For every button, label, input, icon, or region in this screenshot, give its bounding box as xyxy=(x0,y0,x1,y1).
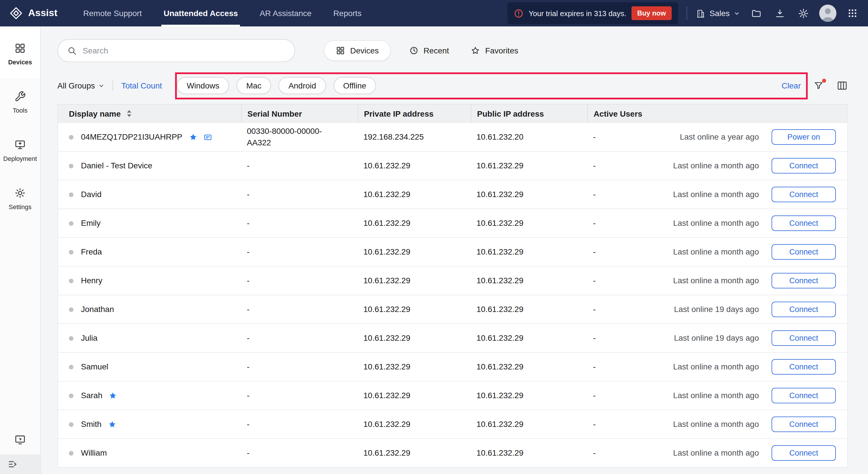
search-box[interactable] xyxy=(57,39,295,62)
user-avatar[interactable] xyxy=(819,5,836,22)
table-row[interactable]: Freda - 10.61.232.29 10.61.232.29 - Last… xyxy=(58,237,847,266)
table-row[interactable]: David - 10.61.232.29 10.61.232.29 - Last… xyxy=(58,180,847,209)
row-action-button[interactable]: Connect xyxy=(772,302,836,317)
column-header-spacer xyxy=(666,105,761,122)
active-users-cell: - xyxy=(587,304,666,315)
buy-now-button[interactable]: Buy now xyxy=(631,6,672,20)
device-status-dot xyxy=(69,135,73,139)
column-header-active-users: Active Users xyxy=(587,105,666,122)
column-header-serial: Serial Number xyxy=(241,105,358,122)
nav-remote-support[interactable]: Remote Support xyxy=(72,0,153,26)
public-ip-cell: 10.61.232.29 xyxy=(471,160,587,171)
table-row[interactable]: William - 10.61.232.29 10.61.232.29 - La… xyxy=(58,438,847,467)
private-ip-cell: 10.61.232.29 xyxy=(358,160,471,171)
gear-icon[interactable] xyxy=(796,6,811,21)
column-header-actions xyxy=(761,105,847,122)
private-ip-cell: 10.61.232.29 xyxy=(358,304,471,315)
row-action-button[interactable]: Connect xyxy=(772,273,836,289)
table-row[interactable]: 04MEZQ17DP21I3UAHRPP 00330-80000-00000-A… xyxy=(58,122,847,151)
filter-active-dot xyxy=(822,79,826,83)
row-action-button[interactable]: Connect xyxy=(772,417,836,432)
app-brand[interactable]: Assist xyxy=(0,0,67,26)
private-ip-cell: 10.61.232.29 xyxy=(358,189,471,200)
total-count-link[interactable]: Total Count xyxy=(121,81,162,90)
download-icon[interactable] xyxy=(772,6,787,21)
sort-icon[interactable] xyxy=(126,109,133,118)
favorite-star-icon[interactable] xyxy=(109,391,117,400)
os-filter-pills: Windows Mac Android Offline xyxy=(177,77,376,94)
column-label: Serial Number xyxy=(247,109,302,118)
trial-banner: Your trial expires in 313 days. Buy now xyxy=(507,2,678,24)
row-action-button[interactable]: Connect xyxy=(772,388,836,403)
clear-filters-link[interactable]: Clear xyxy=(782,81,801,90)
sidebar-item-settings[interactable]: Settings xyxy=(0,175,40,223)
expand-sidebar-icon[interactable] xyxy=(0,454,40,474)
table-row[interactable]: Samuel - 10.61.232.29 10.61.232.29 - Las… xyxy=(58,352,847,381)
favorite-star-icon[interactable] xyxy=(189,133,197,141)
last-online-text: Last online a month ago xyxy=(666,217,761,229)
search-input[interactable] xyxy=(83,46,285,55)
left-sidebar: Devices Tools Deployment xyxy=(0,26,41,474)
row-action-button[interactable]: Connect xyxy=(772,187,836,202)
device-status-dot xyxy=(69,393,73,398)
private-ip-cell: 10.61.232.29 xyxy=(358,390,471,401)
filter-funnel-icon[interactable] xyxy=(813,81,824,91)
nav-reports[interactable]: Reports xyxy=(322,0,372,26)
active-users-cell: - xyxy=(587,275,666,286)
table-header: Display name Serial Number Private IP ad… xyxy=(58,104,847,122)
column-header-display-name[interactable]: Display name xyxy=(58,105,241,122)
apps-grid-icon[interactable] xyxy=(845,6,860,21)
tab-label: Favorites xyxy=(485,46,518,55)
sidebar-item-tools[interactable]: Tools xyxy=(0,78,40,126)
sidebar-item-devices[interactable]: Devices xyxy=(0,30,40,78)
row-action-button[interactable]: Connect xyxy=(772,330,836,346)
table-row[interactable]: Henry - 10.61.232.29 10.61.232.29 - Last… xyxy=(58,266,847,295)
tab-label: Devices xyxy=(350,46,379,55)
table-row[interactable]: Jonathan - 10.61.232.29 10.61.232.29 - L… xyxy=(58,295,847,323)
files-icon[interactable] xyxy=(749,6,764,21)
last-online-text: Last online a month ago xyxy=(666,160,761,171)
tools-wrench-icon xyxy=(14,91,26,102)
portal-name: Sales xyxy=(710,9,730,18)
table-row[interactable]: Emily - 10.61.232.29 10.61.232.29 - Last… xyxy=(58,209,847,237)
chevron-down-icon xyxy=(734,10,740,17)
row-action-button[interactable]: Connect xyxy=(772,158,836,174)
tab-favorites[interactable]: Favorites xyxy=(467,41,522,60)
portal-selector[interactable]: Sales xyxy=(696,8,740,18)
sidebar-item-deployment[interactable]: Deployment xyxy=(0,126,40,175)
last-online-text: Last online 19 days ago xyxy=(666,332,761,344)
deployment-monitor-icon xyxy=(14,139,26,151)
row-action-button[interactable]: Connect xyxy=(772,445,836,461)
row-action-button[interactable]: Connect xyxy=(772,359,836,375)
table-row[interactable]: Smith - 10.61.232.29 10.61.232.29 - Last… xyxy=(58,410,847,438)
row-action-button[interactable]: Power on xyxy=(772,129,836,145)
column-header-public-ip: Public IP address xyxy=(471,105,587,122)
filter-pill-windows[interactable]: Windows xyxy=(177,77,229,94)
remote-session-icon[interactable] xyxy=(0,424,40,454)
active-users-cell: - xyxy=(587,131,666,143)
devices-table: Display name Serial Number Private IP ad… xyxy=(57,104,848,468)
row-action-button[interactable]: Connect xyxy=(772,244,836,260)
nav-unattended-access[interactable]: Unattended Access xyxy=(153,0,249,26)
assist-logo-icon xyxy=(9,6,23,20)
group-selector[interactable]: All Groups xyxy=(57,81,105,90)
favorite-star-icon[interactable] xyxy=(108,420,117,428)
filter-pill-offline[interactable]: Offline xyxy=(333,77,376,94)
nav-ar-assistance[interactable]: AR Assistance xyxy=(249,0,322,26)
private-ip-cell: 10.61.232.29 xyxy=(358,246,471,258)
public-ip-cell: 10.61.232.29 xyxy=(471,419,587,430)
row-action-button[interactable]: Connect xyxy=(772,215,836,231)
tab-recent[interactable]: Recent xyxy=(406,41,453,60)
table-row[interactable]: Julia - 10.61.232.29 10.61.232.29 - Last… xyxy=(58,323,847,352)
public-ip-cell: 10.61.232.20 xyxy=(471,131,587,143)
last-online-text: Last online a month ago xyxy=(666,361,761,372)
column-settings-icon[interactable] xyxy=(836,80,848,91)
table-row[interactable]: Sarah - 10.61.232.29 10.61.232.29 - Last… xyxy=(58,381,847,410)
filter-pill-android[interactable]: Android xyxy=(279,77,326,94)
table-row[interactable]: Daniel - Test Device - 10.61.232.29 10.6… xyxy=(58,151,847,180)
notes-icon[interactable] xyxy=(203,132,212,142)
device-table-body: 04MEZQ17DP21I3UAHRPP 00330-80000-00000-A… xyxy=(58,122,847,467)
filter-pill-mac[interactable]: Mac xyxy=(237,77,271,94)
last-online-text: Last online 19 days ago xyxy=(666,304,761,315)
tab-devices[interactable]: Devices xyxy=(324,40,391,61)
